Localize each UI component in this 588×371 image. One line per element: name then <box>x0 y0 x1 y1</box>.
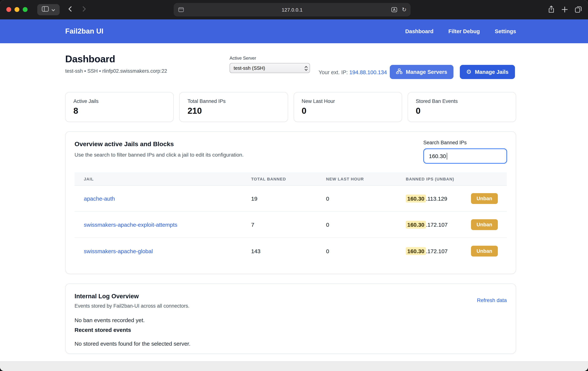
col-header-jail: JAIL <box>74 176 251 181</box>
new-last-hour-value: 0 <box>326 195 406 202</box>
total-banned-value: 7 <box>251 221 326 228</box>
page-header: Dashboard test-ssh • SSH • rlinfp02.swis… <box>65 53 516 82</box>
stat-cards: Active Jails 8 Total Banned IPs 210 New … <box>65 92 516 122</box>
address-bar[interactable]: 127.0.0.1 ↻ <box>174 3 411 16</box>
new-last-hour-value: 0 <box>326 221 406 228</box>
unban-button[interactable]: Unban <box>471 219 498 230</box>
ip-match-highlight: 160.30 <box>406 247 426 255</box>
internal-log-card: Internal Log Overview Events stored by F… <box>65 283 516 354</box>
unban-button[interactable]: Unban <box>471 246 498 256</box>
stat-label: Active Jails <box>74 98 166 104</box>
ip-rest: .172.107 <box>426 248 448 254</box>
recent-stored-events-heading: Recent stored events <box>74 327 507 333</box>
sidebar-toggle-button[interactable] <box>37 4 60 15</box>
manage-jails-button[interactable]: ⚙ Manage Jails <box>460 65 515 79</box>
unban-button[interactable]: Unban <box>471 193 498 204</box>
stat-value: 8 <box>74 106 166 116</box>
refresh-data-link[interactable]: Refresh data <box>477 297 507 303</box>
banned-ip: 160.30.172.107 <box>406 221 448 228</box>
stat-card-active-jails: Active Jails 8 <box>65 92 174 122</box>
stat-value: 0 <box>302 106 394 116</box>
translate-icon[interactable] <box>391 7 397 14</box>
search-banned-ips-input[interactable]: 160.30 <box>423 148 507 164</box>
brand-title: Fail2ban UI <box>65 27 103 35</box>
manage-jails-label: Manage Jails <box>475 69 509 75</box>
no-stored-events-text: No stored events found for the selected … <box>74 340 507 347</box>
close-window-button[interactable] <box>6 7 11 12</box>
nav-link-dashboard[interactable]: Dashboard <box>405 28 433 34</box>
jail-link[interactable]: swissmakers-apache-exploit-attempts <box>84 221 177 228</box>
url-text: 127.0.0.1 <box>174 7 411 12</box>
select-stepper-icon <box>304 66 308 72</box>
search-group: Search Banned IPs 160.30 <box>423 140 507 164</box>
active-server-value: test-ssh (SSH) <box>234 65 265 71</box>
stat-label: New Last Hour <box>302 98 394 104</box>
ip-rest: .113.129 <box>426 195 447 202</box>
forward-icon <box>80 5 88 14</box>
page-body: Dashboard test-ssh • SSH • rlinfp02.swis… <box>0 43 588 370</box>
reload-icon[interactable]: ↻ <box>402 6 407 13</box>
log-subtitle: Events stored by Fail2ban-UI across all … <box>74 303 507 309</box>
table-header-row: JAIL TOTAL BANNED NEW LAST HOUR BANNED I… <box>74 172 507 186</box>
window-controls <box>6 7 28 12</box>
jail-link[interactable]: apache-auth <box>84 195 115 202</box>
zoom-window-button[interactable] <box>23 7 28 12</box>
back-icon <box>67 5 74 14</box>
browser-chrome: 127.0.0.1 ↻ <box>0 0 588 19</box>
table-row: swissmakers-apache-exploit-attempts 7 0 … <box>74 212 507 238</box>
col-header-new-last-hour: NEW LAST HOUR <box>326 176 406 181</box>
chevron-down-icon <box>52 6 55 13</box>
total-banned-value: 143 <box>251 248 326 254</box>
active-server-select[interactable]: test-ssh (SSH) <box>230 63 310 73</box>
ip-match-highlight: 160.30 <box>406 221 426 229</box>
screen: 127.0.0.1 ↻ Fail2ban UI <box>0 0 588 371</box>
stat-card-total-banned: Total Banned IPs 210 <box>179 92 288 122</box>
minimize-window-button[interactable] <box>15 7 19 12</box>
stat-value: 0 <box>416 106 508 116</box>
banned-ip: 160.30.172.107 <box>406 248 448 254</box>
col-header-total-banned: TOTAL BANNED <box>251 176 326 181</box>
external-ip-label: Your ext. IP: <box>319 69 348 75</box>
page-icon <box>178 7 184 14</box>
log-title: Internal Log Overview <box>74 293 507 300</box>
overview-card: Overview active Jails and Blocks Use the… <box>65 131 516 274</box>
table-row: apache-auth 19 0 160.30.113.129 Unban <box>74 186 507 212</box>
new-last-hour-value: 0 <box>326 248 406 254</box>
toolbar-right <box>548 5 582 15</box>
no-ban-events-text: No ban events recorded yet. <box>74 317 507 323</box>
stat-card-new-last-hour: New Last Hour 0 <box>294 92 402 122</box>
col-header-banned-ips: BANNED IPS (UNBAN) <box>406 176 507 181</box>
active-server-group: Active Server test-ssh (SSH) <box>230 55 310 73</box>
ip-rest: .172.107 <box>426 221 448 228</box>
forward-button[interactable] <box>80 6 88 14</box>
external-ip: Your ext. IP:194.88.100.134 <box>319 69 387 75</box>
jail-link[interactable]: swissmakers-apache-global <box>84 248 153 254</box>
nav-link-settings[interactable]: Settings <box>495 28 516 34</box>
external-ip-value[interactable]: 194.88.100.134 <box>349 69 387 75</box>
search-value: 160.30 <box>429 153 446 159</box>
gear-icon: ⚙ <box>466 69 472 75</box>
browser-window: 127.0.0.1 ↻ Fail2ban UI <box>0 0 588 371</box>
table-row: swissmakers-apache-global 143 0 160.30.1… <box>74 238 507 264</box>
banned-ip: 160.30.113.129 <box>406 195 447 202</box>
stat-label: Total Banned IPs <box>188 98 280 104</box>
sidebar-icon <box>42 6 49 13</box>
manage-servers-label: Manage Servers <box>406 69 447 75</box>
back-button[interactable] <box>66 6 74 14</box>
text-caret <box>447 153 447 159</box>
manage-servers-button[interactable]: Manage Servers <box>390 65 453 79</box>
tab-overview-icon[interactable] <box>575 6 582 14</box>
sitemap-icon <box>396 69 402 75</box>
new-tab-icon[interactable] <box>562 6 568 14</box>
share-icon[interactable] <box>548 5 555 15</box>
nav-link-filter-debug[interactable]: Filter Debug <box>448 28 480 34</box>
window-bottom-strip <box>0 361 588 371</box>
stat-card-stored-ban-events: Stored Ban Events 0 <box>408 92 516 122</box>
stat-value: 210 <box>188 106 280 116</box>
app-navbar: Fail2ban UI Dashboard Filter Debug Setti… <box>0 19 588 43</box>
stat-label: Stored Ban Events <box>416 98 508 104</box>
ip-match-highlight: 160.30 <box>406 195 426 202</box>
active-server-label: Active Server <box>230 55 310 61</box>
jails-table: JAIL TOTAL BANNED NEW LAST HOUR BANNED I… <box>74 172 507 264</box>
total-banned-value: 19 <box>251 195 326 202</box>
